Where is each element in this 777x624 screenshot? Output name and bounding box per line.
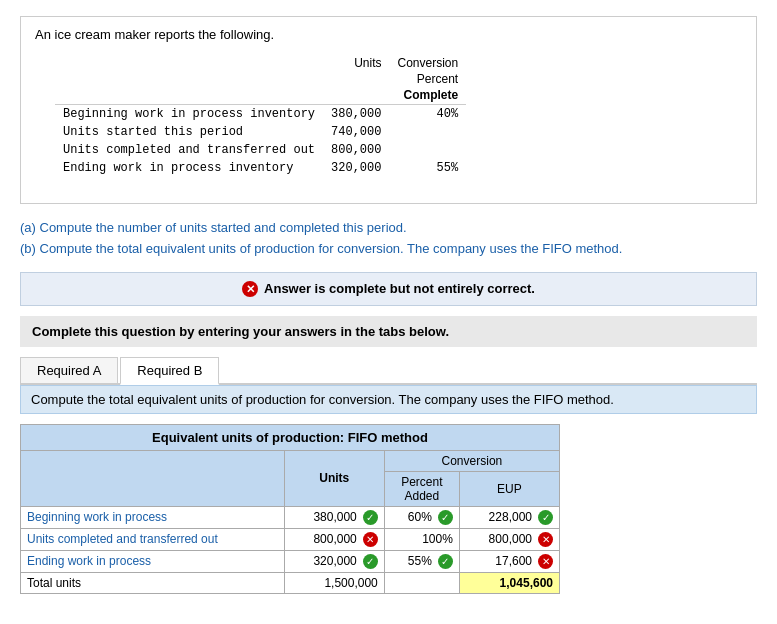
table-row: Units started this period 740,000	[55, 123, 466, 141]
table-row: Units completed and transferred out 800,…	[21, 528, 560, 550]
ending-eup: 17,600 ✕	[459, 550, 559, 572]
row3-label: Units completed and transferred out	[55, 141, 323, 159]
row2-units: 740,000	[323, 123, 389, 141]
table-row: Beginning work in process inventory 380,…	[55, 105, 466, 124]
col-header-units: Units	[284, 450, 384, 506]
row2-label: Units started this period	[55, 123, 323, 141]
row4-label: Ending work in process inventory	[55, 159, 323, 177]
table-row: Ending work in process inventory 320,000…	[55, 159, 466, 177]
equiv-table: Equivalent units of production: FIFO met…	[20, 424, 560, 594]
total-percent	[384, 572, 459, 593]
row4-units: 320,000	[323, 159, 389, 177]
tab-required-a[interactable]: Required A	[20, 357, 118, 383]
percent-header: Percent	[389, 70, 466, 86]
col-header-empty	[21, 450, 285, 506]
col-header-conversion: Conversion	[384, 450, 559, 471]
row3-units: 800,000	[323, 141, 389, 159]
equiv-table-title: Equivalent units of production: FIFO met…	[21, 424, 560, 450]
table-row: Beginning work in process 380,000 ✓ 60% …	[21, 506, 560, 528]
question-b: (b) Compute the total equivalent units o…	[20, 239, 757, 260]
equiv-table-wrapper: Equivalent units of production: FIFO met…	[20, 424, 560, 594]
row1-label: Beginning work in process inventory	[55, 105, 323, 124]
complete-header: Complete	[389, 86, 466, 105]
row1-percent: 40%	[389, 105, 466, 124]
beginning-eup: 228,000 ✓	[459, 506, 559, 528]
data-table: Units Conversion Percent Complete Beginn…	[55, 54, 466, 177]
total-units: 1,500,000	[284, 572, 384, 593]
row-label-ending: Ending work in process	[21, 550, 285, 572]
table-row-total: Total units 1,500,000 1,045,600	[21, 572, 560, 593]
ending-eup-x-icon: ✕	[538, 554, 553, 569]
answer-banner: ✕ Answer is complete but not entirely co…	[20, 272, 757, 306]
row4-percent: 55%	[389, 159, 466, 177]
ending-units: 320,000 ✓	[284, 550, 384, 572]
beginning-units-check-icon: ✓	[363, 510, 378, 525]
row-label-completed: Units completed and transferred out	[21, 528, 285, 550]
beginning-percent: 60% ✓	[384, 506, 459, 528]
ending-percent: 55% ✓	[384, 550, 459, 572]
tab-required-b[interactable]: Required B	[120, 357, 219, 385]
completed-units: 800,000 ✕	[284, 528, 384, 550]
table-row: Units completed and transferred out 800,…	[55, 141, 466, 159]
answer-banner-text: Answer is complete but not entirely corr…	[264, 281, 535, 296]
tab-content-label: Compute the total equivalent units of pr…	[20, 385, 757, 414]
completed-eup-x-icon: ✕	[538, 532, 553, 547]
question-a: (a) Compute the number of units started …	[20, 218, 757, 239]
ending-units-check-icon: ✓	[363, 554, 378, 569]
questions-section: (a) Compute the number of units started …	[20, 218, 757, 260]
completed-eup: 800,000 ✕	[459, 528, 559, 550]
wrong-icon: ✕	[242, 281, 258, 297]
total-eup: 1,045,600	[459, 572, 559, 593]
completed-units-x-icon: ✕	[363, 532, 378, 547]
col-subheader-eup: EUP	[459, 471, 559, 506]
table-row: Ending work in process 320,000 ✓ 55% ✓ 1…	[21, 550, 560, 572]
tabs-row: Required A Required B	[20, 357, 757, 385]
beginning-percent-check-icon: ✓	[438, 510, 453, 525]
intro-text: An ice cream maker reports the following…	[35, 27, 742, 42]
instruction-banner: Complete this question by entering your …	[20, 316, 757, 347]
beginning-eup-check-icon: ✓	[538, 510, 553, 525]
beginning-units: 380,000 ✓	[284, 506, 384, 528]
units-header: Units	[323, 54, 389, 70]
conversion-header: Conversion	[389, 54, 466, 70]
row-label-beginning: Beginning work in process	[21, 506, 285, 528]
total-label: Total units	[21, 572, 285, 593]
ending-percent-check-icon: ✓	[438, 554, 453, 569]
row1-units: 380,000	[323, 105, 389, 124]
col-subheader-percent: PercentAdded	[384, 471, 459, 506]
completed-percent: 100%	[384, 528, 459, 550]
